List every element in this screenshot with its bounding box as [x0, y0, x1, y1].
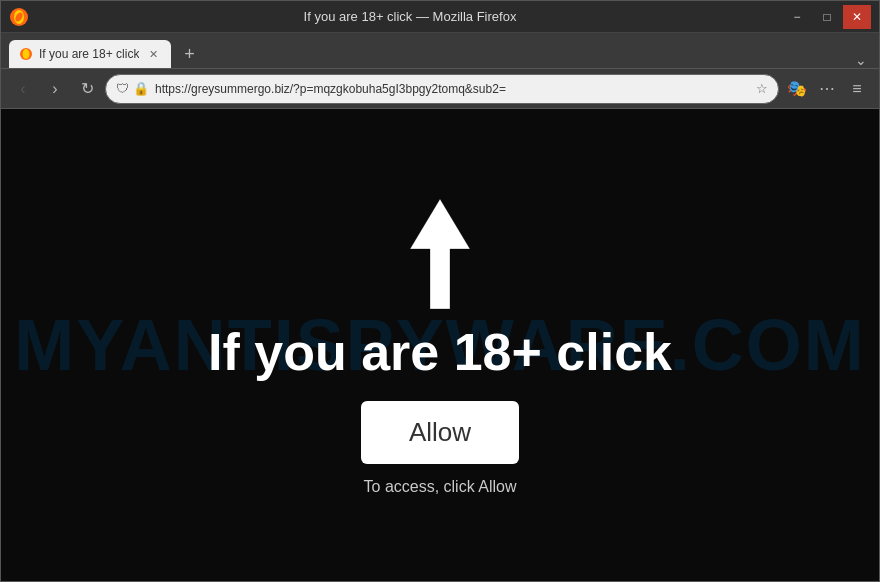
refresh-button[interactable]: ↻: [73, 75, 101, 103]
address-bar[interactable]: 🛡 🔒 https://greysummergo.biz/?p=mqzgkobu…: [105, 74, 779, 104]
window-title: If you are 18+ click — Mozilla Firefox: [37, 9, 783, 24]
url-text: https://greysummergo.biz/?p=mqzgkobuha5g…: [155, 82, 750, 96]
allow-button[interactable]: Allow: [361, 401, 519, 464]
toolbar-right: 🎭 ⋯ ≡: [783, 75, 871, 103]
extensions-button[interactable]: ⋯: [813, 75, 841, 103]
security-icons: 🛡 🔒: [116, 81, 149, 96]
webpage-content: MYANTISPYWARE.COM If you are 18+ click A…: [1, 109, 879, 581]
pocket-button[interactable]: 🎭: [783, 75, 811, 103]
minimize-button[interactable]: −: [783, 5, 811, 29]
firefox-icon: [9, 7, 29, 27]
subtext: To access, click Allow: [364, 478, 517, 496]
lock-icon: 🔒: [133, 81, 149, 96]
maximize-button[interactable]: □: [813, 5, 841, 29]
close-button[interactable]: ✕: [843, 5, 871, 29]
tab-overflow-button[interactable]: ⌄: [851, 52, 871, 68]
arrow-up-icon: [405, 194, 475, 314]
titlebar: If you are 18+ click — Mozilla Firefox −…: [1, 1, 879, 33]
tab-favicon: [19, 47, 33, 61]
tab-label: If you are 18+ click: [39, 47, 139, 61]
active-tab[interactable]: If you are 18+ click ✕: [9, 40, 171, 68]
main-heading: If you are 18+ click: [208, 324, 672, 381]
tab-close-button[interactable]: ✕: [145, 46, 161, 62]
svg-marker-5: [410, 199, 470, 309]
svg-point-4: [23, 49, 30, 59]
window-controls: − □ ✕: [783, 5, 871, 29]
navigation-bar: ‹ › ↻ 🛡 🔒 https://greysummergo.biz/?p=mq…: [1, 69, 879, 109]
browser-window: If you are 18+ click — Mozilla Firefox −…: [0, 0, 880, 582]
shield-icon: 🛡: [116, 81, 129, 96]
bookmark-icon[interactable]: ☆: [756, 81, 768, 96]
menu-button[interactable]: ≡: [843, 75, 871, 103]
new-tab-button[interactable]: +: [175, 40, 203, 68]
forward-button[interactable]: ›: [41, 75, 69, 103]
back-button[interactable]: ‹: [9, 75, 37, 103]
tab-bar: If you are 18+ click ✕ + ⌄: [1, 33, 879, 69]
